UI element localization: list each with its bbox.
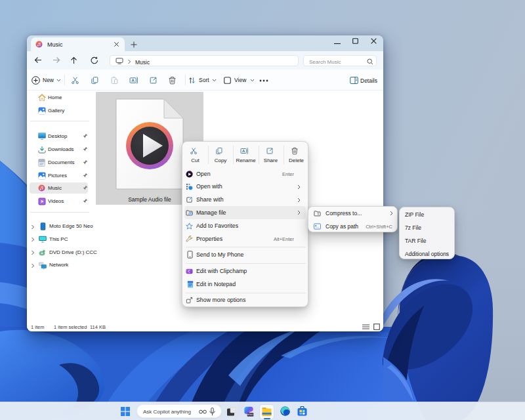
- svg-text:M365: M365: [247, 413, 254, 416]
